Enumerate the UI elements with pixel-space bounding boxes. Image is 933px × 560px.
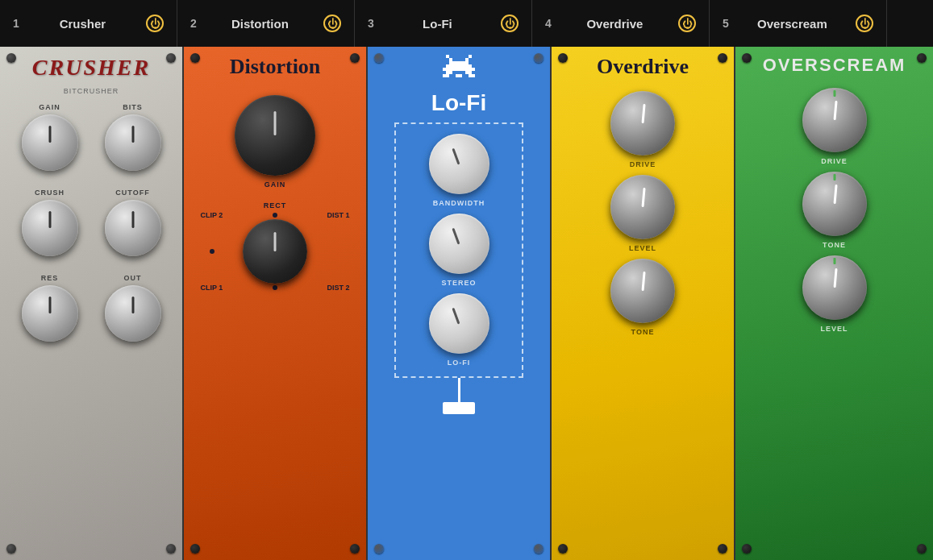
overscream-level-label: LEVEL [820,325,848,333]
power-icon-distortion: ⏻ [327,19,338,29]
crusher-gain-group: GAIN [22,103,78,171]
tab-num-4: 4 [545,17,552,30]
svg-rect-8 [465,71,472,74]
crusher-bits-knob[interactable] [105,114,161,171]
overdrive-level-group: LEVEL [610,175,675,252]
lofi-bandwidth-group: BANDWIDTH [429,134,489,207]
dot-left [210,249,215,254]
overdrive-drive-group: DRIVE [610,91,675,168]
lofi-stereo-knob[interactable] [429,214,489,274]
tab-distortion[interactable]: 2 Distortion ⏻ [177,0,355,47]
crusher-res-group: RES [22,272,78,342]
overscream-level-group: LEVEL [802,255,867,333]
svg-rect-11 [469,74,475,77]
tab-overdrive[interactable]: 4 Overdrive ⏻ [532,0,710,47]
svg-rect-4 [449,61,469,64]
lofi-connector [458,378,460,402]
overscream-level-knob[interactable] [802,255,867,320]
tab-num-1: 1 [13,17,19,30]
tab-lofi[interactable]: 3 Lo-Fi ⏻ [355,0,532,47]
crusher-cutoff-label: CUTOFF [115,189,149,197]
overdrive-tone-group: TONE [610,259,675,336]
overscream-tone-knob[interactable] [802,172,867,236]
svg-rect-2 [449,58,452,61]
overdrive-level-label: LEVEL [629,244,656,252]
panels-container: Crusher BITCRUSHER GAIN BITS CRUSH CUTOF… [0,47,933,560]
tab-name-distortion: Distortion [205,17,315,31]
panel-overscream: OVERSCREAM DRIVE TONE LEVEL [735,47,933,560]
panel-lofi: Lo-Fi BANDWIDTH STEREO Lo-Fi [368,47,552,560]
crusher-out-label: OUT [124,274,142,282]
screw-bl [6,544,16,554]
crusher-out-knob[interactable] [105,285,161,342]
crusher-title: Crusher [32,55,150,81]
distortion-selector-knob[interactable] [243,219,307,284]
tab-bar: 1 Crusher ⏻ 2 Distortion ⏻ 3 Lo-Fi ⏻ 4 O… [0,0,933,47]
svg-rect-6 [443,68,475,71]
space-invader-icon [443,55,475,86]
overdrive-tone-knob[interactable] [610,259,675,323]
power-button-distortion[interactable]: ⏻ [323,15,341,32]
crusher-res-knob[interactable] [22,285,78,342]
crusher-crush-knob[interactable] [22,200,78,256]
tab-num-3: 3 [368,17,374,30]
overdrive-tone-label: TONE [631,328,655,336]
crusher-cutoff-group: CUTOFF [105,187,161,256]
power-button-overscream[interactable]: ⏻ [856,15,873,32]
lofi-bandwidth-label: BANDWIDTH [433,199,485,207]
crusher-gain-knob[interactable] [22,114,78,171]
tab-overscream[interactable]: 5 Overscream ⏻ [710,0,887,47]
overdrive-drive-knob[interactable] [610,91,675,156]
tab-num-5: 5 [723,17,729,30]
svg-rect-1 [469,55,472,58]
crusher-bits-group: BITS [105,103,161,171]
tab-crusher[interactable]: 1 Crusher ⏻ [0,0,177,47]
screw-od-br [718,544,727,554]
tab-name-lofi: Lo-Fi [382,17,493,31]
lofi-lofi-label: Lo-Fi [448,359,471,367]
lofi-dashed-box: BANDWIDTH STEREO Lo-Fi [394,122,523,378]
lofi-lofi-knob[interactable] [429,293,489,354]
svg-rect-9 [443,74,449,77]
panel-overdrive: Overdrive DRIVE LEVEL TONE [552,47,735,560]
power-icon-overdrive: ⏻ [682,19,693,29]
screw-od-tl [558,53,568,63]
screw-os-tr [917,53,927,63]
lofi-plug [443,402,475,414]
distortion-gain-group: GAIN [235,95,315,189]
crusher-res-label: RES [41,274,59,282]
panel-distortion: Distortion GAIN RECT CLIP 2 DIST 1 CLIP … [184,47,368,560]
crusher-row-3: RES OUT [8,272,174,342]
dist2-label: DIST 2 [327,284,349,292]
crusher-row-1: GAIN BITS [8,103,174,171]
selector-knob-area [192,219,358,284]
lofi-stereo-label: STEREO [441,279,476,287]
power-button-overdrive[interactable]: ⏻ [678,15,696,32]
overscream-drive-group: DRIVE [802,88,867,165]
clip2-label: CLIP 2 [201,211,223,219]
screw-tl [6,53,16,63]
rect-label: RECT [264,201,287,209]
crusher-cutoff-knob[interactable] [105,200,161,256]
crusher-crush-group: CRUSH [22,187,78,256]
lofi-lofi-group: Lo-Fi [429,293,489,367]
overscream-tone-label: TONE [823,241,846,249]
lofi-bandwidth-knob[interactable] [429,134,489,194]
screw-os-tl [742,53,752,63]
screw-lofi-br [534,544,544,554]
overdrive-level-knob[interactable] [610,175,675,239]
screw-dist-tr [350,53,360,63]
svg-rect-10 [456,74,462,77]
selector-bottom-row: CLIP 1 DIST 2 [201,284,350,292]
distortion-gain-knob[interactable] [235,95,315,176]
overscream-drive-knob[interactable] [802,88,867,152]
power-icon-crusher: ⏻ [150,19,160,29]
tab-num-2: 2 [190,17,197,30]
overdrive-title: Overdrive [597,55,689,79]
dot-right-bottom [273,285,277,290]
power-button-lofi[interactable]: ⏻ [501,15,519,32]
screw-lofi-tl [374,53,384,63]
crusher-out-group: OUT [105,272,161,342]
power-button-crusher[interactable]: ⏻ [146,15,164,32]
rect-label-container: RECT [192,197,358,211]
